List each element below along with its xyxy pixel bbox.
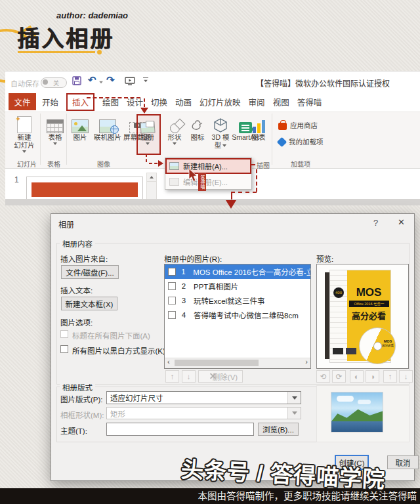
qat-more-icon[interactable] [143, 77, 148, 83]
item-checkbox[interactable] [168, 311, 176, 319]
dialog-title: 相册 [58, 219, 74, 230]
my-addins-icon [277, 136, 287, 147]
header: author: dademiao 插入相册 [0, 0, 420, 66]
move-down-button[interactable]: ↓ [182, 370, 196, 383]
theme-input[interactable] [106, 423, 254, 436]
menu-item-new-album[interactable]: 新建相册(A)... [165, 158, 251, 174]
list-item[interactable]: 3 玩转Excel就这三件事 [165, 293, 310, 308]
scroll-thumb[interactable] [175, 360, 259, 366]
item-checkbox[interactable] [168, 282, 176, 290]
horizontal-scrollbar[interactable]: ‹ › [165, 358, 310, 368]
move-up-button[interactable]: ↑ [165, 370, 179, 383]
book-cover: 400 MOS Office 2016 七合一 高分必看 MOS 高分必看 [325, 270, 393, 363]
remove-button[interactable]: 删除(V) [198, 370, 243, 383]
file-disk-button[interactable]: 文件/磁盘(F)... [61, 265, 119, 279]
store-label: 应用商店 [290, 121, 318, 129]
pictures-button[interactable]: 图片 [68, 115, 92, 141]
chart-button[interactable]: 图表 [248, 115, 269, 141]
picture-layout-combobox[interactable]: 适应幻灯片尺寸 [106, 391, 301, 404]
disc-label: MOS 高分必看 [381, 339, 394, 347]
photo-album-label: 相册 [140, 133, 154, 141]
icons-button[interactable]: 图标 [187, 115, 208, 141]
scroll-right-arrow[interactable]: › [305, 358, 308, 366]
autosave-label: 自动保存 [10, 78, 39, 89]
scroll-up-button[interactable] [147, 173, 156, 182]
dropdown-caret-icon [53, 142, 57, 145]
new-textbox-button[interactable]: 新建文本框(X) [61, 297, 117, 310]
contrast-up-button[interactable]: ◐ [350, 370, 364, 383]
tab-file[interactable]: 文件 [9, 93, 36, 110]
close-button[interactable]: ✕ [398, 217, 405, 227]
list-item[interactable]: 4 答得喵考试中心微信二维码8cm [165, 308, 310, 322]
item-checkbox[interactable] [168, 297, 176, 304]
list-item[interactable]: 2 PPT真相图片 [165, 279, 310, 293]
save-icon[interactable] [72, 76, 81, 85]
book-badge: 400 [333, 287, 344, 298]
my-addins-button[interactable]: 我的加载项 [278, 138, 324, 146]
rotate-left-button[interactable]: ⟲ [316, 370, 330, 383]
group-album-content-label: 相册内容 [60, 238, 95, 249]
autosave-toggle[interactable]: 关 [41, 77, 67, 88]
item-checkbox[interactable] [168, 268, 176, 276]
shapes-label: 形状 [168, 133, 182, 141]
group-label-illustrations: 插图 [257, 160, 270, 170]
tab-view[interactable]: 视图 [273, 96, 289, 108]
help-button[interactable]: ? [373, 218, 378, 228]
dropdown-caret-icon [173, 142, 177, 145]
tab-animations[interactable]: 动画 [175, 96, 192, 108]
album-dialog: 相册 ? ✕ 相册内容 插入图片来自: 文件/磁盘(F)... 插入文本: 新建… [51, 213, 415, 481]
annotation-arrow-to-menu [158, 160, 163, 167]
thumbnail-title-placeholder [32, 182, 138, 197]
slideshow-from-start-icon[interactable] [125, 77, 135, 85]
annotation-dash-4 [149, 163, 158, 164]
tab-transitions[interactable]: 切换 [151, 96, 167, 108]
list-item[interactable]: 1 MOS Office 2016七合一高分必看-立 [165, 264, 310, 279]
remove-label: 删除(V) [213, 371, 238, 382]
remove-x-icon [203, 373, 213, 379]
picture-list[interactable]: 1 MOS Office 2016七合一高分必看-立 2 PPT真相图片 3 玩… [164, 264, 311, 369]
table-button[interactable]: 表格 [43, 115, 67, 145]
title-underline-dot [97, 50, 102, 54]
item-text: 玩转Excel就这三件事 [194, 295, 265, 306]
tab-review[interactable]: 审阅 [249, 96, 265, 108]
brightness-up-button[interactable]: ↑ [383, 370, 397, 383]
ribbon-divider [272, 114, 272, 165]
new-slide-button[interactable]: ✦ 新建 幻灯片 [9, 115, 39, 153]
undo-caret-icon[interactable] [98, 81, 104, 84]
black-white-checkbox[interactable] [60, 345, 68, 353]
store-button[interactable]: 应用商店 [278, 120, 318, 130]
tab-home[interactable]: 开始 [42, 96, 58, 108]
online-pictures-button[interactable]: 联机图片 [93, 115, 123, 141]
cloud-shape [358, 400, 371, 404]
water-shape [331, 421, 383, 432]
tab-dademiao[interactable]: 答得喵 [297, 96, 322, 108]
black-white-checkbox-label: 所有图片以黑白方式显示(K) [72, 345, 165, 356]
label-preview: 预览: [316, 253, 333, 264]
cursor-name-tag: 答得喵 [198, 173, 206, 191]
new-slide-label2: 幻灯片 [14, 141, 35, 149]
brightness-down-button[interactable]: ↓ [399, 370, 413, 383]
contrast-down-button[interactable]: ◑ [366, 370, 379, 383]
toggle-knob [43, 79, 48, 85]
tab-insert[interactable]: 插入 [66, 93, 94, 111]
browse-button[interactable]: 浏览(B)... [258, 423, 299, 436]
undo-button[interactable]: ↶ [88, 74, 96, 86]
annotation-dash-7 [231, 192, 257, 193]
captions-checkbox[interactable] [60, 330, 68, 338]
photo-album-button[interactable]: 相册 [138, 115, 157, 145]
item-number: 3 [179, 297, 188, 304]
redo-button[interactable]: ↷ [106, 74, 115, 86]
chevron-down-icon[interactable] [287, 392, 301, 404]
rotate-right-button[interactable]: ⟳ [332, 370, 346, 383]
tab-slideshow[interactable]: 幻灯片放映 [200, 96, 241, 108]
frame-shape-combobox: 矩形 [106, 407, 301, 419]
group-label-addins: 加载项 [286, 159, 315, 169]
item-number: 1 [179, 268, 188, 276]
cancel-button[interactable]: 取消 [387, 455, 419, 469]
chart-label: 图表 [252, 133, 266, 141]
table-icon [47, 115, 64, 133]
slide-thumbnail[interactable] [26, 177, 143, 201]
group-label-tables: 表格 [42, 159, 66, 169]
shapes-button[interactable]: 形状 [163, 115, 186, 145]
scroll-left-arrow[interactable]: ‹ [167, 358, 170, 366]
